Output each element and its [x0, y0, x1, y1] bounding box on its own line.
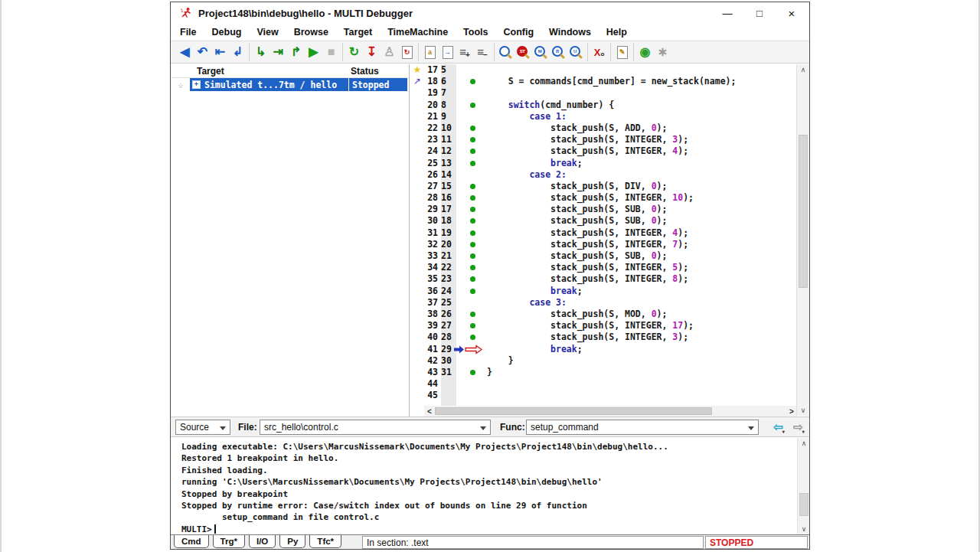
browse-methods-icon[interactable]: M — [532, 44, 550, 60]
code-horizontal-scrollbar[interactable]: < > — [424, 406, 797, 416]
target-column-header[interactable]: Target — [190, 66, 348, 77]
browse-usage-icon[interactable]: U — [567, 44, 585, 60]
source-code-pane[interactable]: 175186 S = commands[cmd_number] = new_st… — [424, 64, 798, 406]
breakpoint-gutter[interactable] — [453, 100, 487, 111]
breakpoint-gutter[interactable] — [453, 262, 487, 273]
status-cell[interactable]: Stopped — [349, 78, 407, 91]
func-combo[interactable]: setup_command — [526, 420, 759, 435]
breakpoint-gutter[interactable] — [453, 390, 487, 401]
breakpoint-dot-icon[interactable] — [470, 335, 475, 340]
target-dart-icon[interactable]: ◉ — [636, 44, 654, 60]
tab-py[interactable]: Py — [279, 535, 305, 548]
target-cell[interactable]: +Simulated t...7tm / hello — [190, 78, 348, 91]
browse-view-icon[interactable] — [497, 44, 514, 60]
breakpoint-gutter[interactable] — [453, 378, 487, 390]
breakpoint-dot-icon[interactable] — [470, 207, 475, 212]
console-prompt-line[interactable]: MULTI> — [181, 524, 797, 534]
breakpoint-gutter[interactable] — [453, 111, 487, 122]
halt-icon[interactable]: ■ — [322, 44, 340, 60]
breakpoint-gutter[interactable] — [453, 169, 487, 181]
scroll-up-icon[interactable]: ∧ — [798, 438, 810, 449]
breakpoint-gutter[interactable] — [453, 227, 487, 239]
breakpoint-gutter[interactable] — [453, 286, 487, 297]
menu-windows[interactable]: Windows — [541, 27, 599, 38]
file-combo[interactable]: src_hello\control.c — [260, 420, 491, 435]
scroll-up-icon[interactable]: ∧ — [797, 64, 809, 75]
breakpoint-dot-icon[interactable] — [470, 126, 475, 131]
menu-tools[interactable]: Tools — [456, 27, 495, 38]
horizontal-scroll-thumb[interactable] — [435, 407, 712, 415]
breakpoint-gutter[interactable] — [453, 122, 487, 134]
breakpoint-gutter[interactable] — [453, 158, 487, 169]
goto-pc-icon[interactable]: ↗ — [413, 76, 421, 87]
scroll-left-icon[interactable]: < — [425, 406, 434, 416]
step-out-icon[interactable]: ↱ — [287, 44, 305, 60]
browse-static-icon[interactable]: ST — [514, 44, 532, 60]
close-button[interactable]: × — [776, 2, 808, 24]
reverse-step-out-icon[interactable]: ↶ — [194, 44, 211, 60]
breakpoint-dot-icon[interactable] — [470, 253, 475, 259]
tab-cmd[interactable]: Cmd — [174, 535, 209, 548]
menu-target[interactable]: Target — [336, 27, 380, 38]
clear-counts-icon[interactable]: Xo — [590, 44, 608, 60]
breakpoint-dot-icon[interactable] — [470, 79, 475, 84]
tab-tfc[interactable]: Tfc* — [309, 535, 341, 548]
expander-icon[interactable]: + — [192, 80, 201, 89]
breakpoint-gutter[interactable] — [453, 344, 487, 355]
breakpoint-gutter[interactable] — [453, 250, 487, 262]
maximize-button[interactable]: □ — [743, 2, 776, 24]
expand-all-icon[interactable]: ≡+ — [456, 44, 474, 60]
scroll-down-icon[interactable]: ∨ — [798, 524, 810, 534]
step-into-icon[interactable]: ↳ — [252, 44, 270, 60]
connect-icon[interactable]: ♙ — [381, 44, 398, 60]
breakpoint-gutter[interactable] — [453, 297, 487, 309]
favorite-star-icon[interactable]: ☆ — [172, 80, 190, 90]
breakpoint-dot-icon[interactable] — [470, 195, 475, 201]
breakpoint-gutter[interactable] — [453, 87, 487, 99]
breakpoint-gutter[interactable] — [453, 239, 487, 250]
breakpoint-dot-icon[interactable] — [470, 103, 475, 108]
breakpoint-dot-icon[interactable] — [470, 289, 475, 294]
breakpoint-dot-icon[interactable] — [470, 312, 475, 317]
bookmarks-star-icon[interactable]: ★ — [413, 64, 422, 76]
breakpoint-dot-icon[interactable] — [470, 161, 475, 166]
menu-browse[interactable]: Browse — [286, 27, 336, 38]
vertical-scroll-thumb[interactable] — [799, 493, 808, 516]
vertical-scroll-thumb[interactable] — [799, 135, 808, 288]
breakpoint-dot-icon[interactable] — [470, 276, 475, 282]
breakpoint-dot-icon[interactable] — [470, 137, 475, 142]
open-source-file-icon[interactable]: a — [421, 44, 439, 60]
collapse-all-icon[interactable]: ≡− — [474, 44, 492, 60]
reverse-next-icon[interactable]: ⇤ — [211, 44, 229, 60]
breakpoint-gutter[interactable] — [453, 320, 487, 332]
breakpoint-dot-icon[interactable] — [470, 265, 475, 270]
scroll-down-icon[interactable]: ∨ — [797, 405, 809, 416]
reverse-go-icon[interactable]: ◀ — [176, 44, 194, 60]
breakpoint-gutter[interactable] — [453, 309, 487, 320]
menu-file[interactable]: File — [172, 27, 204, 38]
title-bar[interactable]: Project148\bin\debug\hello - MULTI Debug… — [171, 2, 809, 24]
breakpoint-dot-icon[interactable] — [470, 242, 475, 247]
edit-file-icon[interactable]: ✎ — [613, 44, 631, 60]
console-vertical-scrollbar[interactable]: ∧ ∨ — [797, 438, 810, 534]
menu-view[interactable]: View — [249, 27, 286, 38]
minimize-button[interactable]: — — [711, 2, 743, 24]
profile-burst-icon[interactable]: ∗ — [654, 44, 671, 60]
scroll-right-icon[interactable]: > — [787, 406, 796, 416]
breakpoint-dot-icon[interactable] — [470, 323, 475, 328]
download-icon[interactable]: ↧ — [363, 44, 381, 60]
breakpoint-gutter[interactable] — [453, 76, 487, 87]
breakpoint-gutter[interactable] — [453, 192, 487, 204]
breakpoint-gutter[interactable] — [453, 181, 487, 192]
breakpoint-gutter[interactable] — [453, 215, 487, 227]
command-console[interactable]: Loading executable: C:\Users\MarcusNisse… — [172, 438, 797, 534]
breakpoint-dot-icon[interactable] — [470, 218, 475, 224]
reverse-step-into-icon[interactable]: ↲ — [229, 44, 247, 60]
reload-program-icon[interactable]: ↻ — [398, 44, 416, 60]
code-vertical-scrollbar[interactable]: ∧ ∨ — [796, 64, 809, 416]
breakpoint-gutter[interactable] — [453, 145, 487, 157]
menu-debug[interactable]: Debug — [204, 27, 250, 38]
tab-io[interactable]: I/O — [249, 535, 276, 548]
menu-help[interactable]: Help — [599, 27, 635, 38]
navigate-forward-icon[interactable]: ⇨▾ — [791, 420, 808, 435]
